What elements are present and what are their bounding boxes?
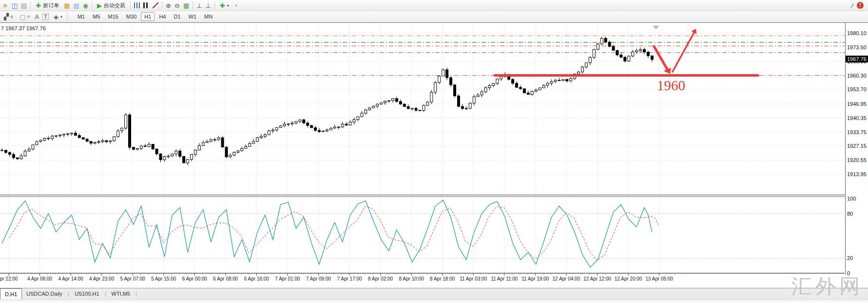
candle-body	[105, 141, 108, 141]
candle-body	[39, 140, 42, 141]
time-axis-label: 4 Apr 23:00	[89, 276, 114, 282]
candle-body	[187, 160, 189, 163]
shapes-button[interactable]: ◈ ▾	[52, 13, 64, 20]
candle-body	[202, 142, 204, 145]
candle-body	[159, 154, 162, 160]
favorites-icon[interactable]: ★	[2, 2, 8, 9]
candle-body	[465, 108, 467, 109]
candle-body	[291, 123, 293, 124]
zoom-in-icon[interactable]: ⊕	[166, 2, 171, 9]
new-order-icon: ✚	[36, 2, 41, 9]
candle-body	[585, 63, 587, 67]
candle-body	[303, 120, 305, 123]
price-axis-label: 1946.95	[847, 101, 867, 107]
candle-body	[415, 108, 417, 110]
time-axis-label: 11 Apr 03:00	[460, 276, 487, 282]
mt4-window: ★ ◫ ▤ ✚ 新订单 ▦ ▧ ◉ ▶ 自动交易 ⊕ ⊖ ▦ ⊥ ⊥ ✚ ▾ ◔	[0, 0, 868, 302]
candle-body	[604, 38, 607, 42]
candle-body	[229, 155, 231, 157]
autotrading-button[interactable]: ▶ 自动交易	[96, 1, 127, 10]
level-annotation-1960[interactable]: 1960	[657, 78, 685, 94]
time-axis-label: 11 Apr 11:00	[491, 276, 518, 282]
price-axis[interactable]: 1980.101973.501966.901960.301953.701946.…	[845, 23, 868, 275]
candle-body	[469, 103, 471, 109]
new-order-button[interactable]: ✚ 新订单	[34, 1, 60, 10]
price-axis-label: 1940.35	[847, 115, 867, 121]
timeframe-button-h1[interactable]: H1	[141, 12, 154, 21]
chart-shift-marker	[653, 26, 659, 29]
text-label-icon[interactable]: A	[35, 14, 39, 20]
current-price-box: 1967.76	[846, 56, 868, 62]
clock-icon[interactable]: ◔	[234, 2, 238, 9]
stoch-axis-label: 100	[847, 196, 856, 201]
wrench-icon[interactable]: ∕	[852, 2, 853, 9]
chart-line-icon[interactable]	[153, 2, 158, 8]
chart-tab-usdcad-daily[interactable]: USDCAD,Daily	[22, 288, 67, 299]
candle-body	[155, 149, 158, 154]
candle-body	[314, 128, 317, 130]
candle-body	[16, 158, 19, 159]
timeframe-button-mn[interactable]: MN	[201, 12, 216, 21]
price-axis-label: 1960.30	[847, 73, 867, 79]
text-box-icon[interactable]: T	[42, 13, 49, 20]
candle-body	[484, 88, 487, 92]
candle-body	[337, 127, 340, 127]
tile-windows-icon[interactable]: ▦	[183, 2, 189, 9]
timeframe-button-m5[interactable]: M5	[89, 12, 103, 21]
help-icon[interactable]: !	[857, 2, 864, 9]
price-axis-label: 1913.95	[847, 171, 867, 177]
stoch-main-line	[2, 200, 652, 267]
toolbar-standard: ★ ◫ ▤ ✚ 新订单 ▦ ▧ ◉ ▶ 自动交易 ⊕ ⊖ ▦ ⊥ ⊥ ✚ ▾ ◔	[0, 0, 868, 11]
chart-shift-icon[interactable]: ⊥	[196, 2, 202, 9]
candle-body	[55, 136, 58, 136]
pane-separator[interactable]	[0, 195, 845, 197]
chart-svg[interactable]	[0, 23, 845, 288]
time-axis-label: 6 Apr 16:00	[244, 276, 269, 282]
candle-body	[477, 95, 479, 97]
toolbar-separator	[130, 1, 131, 9]
candle-body	[132, 147, 135, 149]
candle-body	[523, 89, 525, 93]
chart-tab-d-h1[interactable]: D,H1	[0, 288, 22, 299]
add-indicator-button[interactable]: ✚ ▾	[218, 2, 231, 9]
timeframe-button-h4[interactable]: H4	[155, 12, 169, 21]
zoom-out-icon[interactable]: ⊖	[174, 2, 180, 9]
chart-tab-wti-m5[interactable]: WTI,M5	[107, 288, 135, 299]
auto-scroll-icon[interactable]: ⊥	[206, 2, 211, 9]
candle-body	[333, 127, 336, 128]
tab-separator: |	[135, 288, 138, 299]
candle-body	[175, 151, 177, 154]
arrow-down-shaft[interactable]	[654, 46, 667, 69]
timeframe-button-m15[interactable]: M15	[105, 12, 122, 21]
candle-body	[279, 126, 282, 128]
timeframe-button-m30[interactable]: M30	[123, 12, 140, 21]
stoch-axis-label: 80	[847, 211, 853, 217]
objects-list-button[interactable]: ▢ F	[18, 13, 31, 20]
timeframe-button-m1[interactable]: M1	[74, 12, 88, 21]
indicators-list-button[interactable]: ▞ E	[2, 13, 15, 20]
chart-bars-icon[interactable]	[134, 2, 140, 8]
objects-icon: ▢	[19, 14, 25, 20]
new-chart-icon[interactable]: ◫	[12, 2, 18, 9]
timeframe-button-d1[interactable]: D1	[170, 12, 184, 21]
candle-body	[550, 81, 553, 83]
market-watch-icon[interactable]: ▦	[64, 2, 70, 9]
arrow-up-shaft[interactable]	[673, 33, 694, 72]
candle-body	[500, 77, 502, 79]
candle-body	[4, 150, 7, 153]
candle-body	[578, 72, 580, 74]
chart-area[interactable]: 7 1967.37 1967.76 1980.101973.501966.901…	[0, 22, 868, 288]
time-axis-label: pr 22:00	[0, 276, 18, 282]
candle-body	[129, 115, 131, 147]
candle-body	[488, 85, 491, 87]
candle-body	[233, 152, 235, 155]
timeframe-button-w1[interactable]: W1	[185, 12, 200, 21]
candle-body	[566, 80, 568, 81]
chart-tab-us100-h1[interactable]: US100,H1	[70, 288, 104, 299]
chart-candles-icon[interactable]	[143, 2, 149, 8]
candle-body	[368, 108, 371, 110]
chevron-down-icon: ▾	[227, 3, 229, 8]
profiles-icon[interactable]: ▤	[21, 2, 27, 9]
signals-icon[interactable]: ◉	[83, 2, 88, 9]
data-window-icon[interactable]: ▧	[73, 2, 79, 9]
